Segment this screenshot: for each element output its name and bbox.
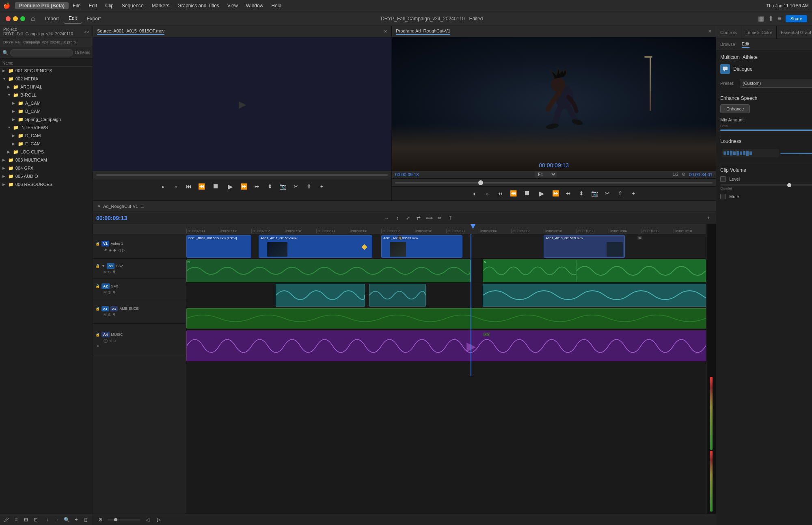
timeline-slip-button[interactable]: ⇄ [415,214,423,222]
tree-item-006-resources[interactable]: ▶ 📁 006 RESOURCES [0,180,93,188]
timeline-settings-button[interactable]: ⚙ [96,516,104,524]
source-lift-button[interactable]: ⇧ [304,181,314,191]
new-bin-button[interactable]: 🖊 [2,516,11,524]
enhance-button[interactable]: Enhance [720,104,750,113]
v1-add-keyframe-icon[interactable]: ◆ [113,248,116,252]
v1-snap-icon[interactable]: ◈ [109,248,112,252]
source-trim-button[interactable]: ✂ [291,181,301,191]
video-clip-a001a011[interactable]: A001_A011_08153V.mov [259,235,372,258]
program-mark-in-button[interactable]: ⬧ [469,188,479,198]
v1-label[interactable]: V1 [102,241,109,246]
a1-assign-label[interactable]: A1 [102,306,109,311]
fullscreen-window-button[interactable] [20,16,25,21]
a3-track[interactable] [186,307,706,330]
minimize-window-button[interactable] [13,16,18,21]
menu-graphics[interactable]: Graphics and Titles [173,2,223,9]
a2-mic-icon[interactable]: 🎙 [112,290,116,294]
v1-lock-icon[interactable]: 🔒 [95,242,100,246]
wrench-icon[interactable]: ⚙ [678,172,689,177]
a3-mic-icon[interactable]: 🎙 [112,313,116,317]
a2-label[interactable]: A2 [102,283,110,289]
timeline-timecode[interactable]: 00:00:09:13 [96,215,133,221]
menu-clip[interactable]: Clip [101,2,118,9]
a3-solo-icon[interactable]: S [108,313,111,317]
audio-clip-ambience[interactable] [186,308,706,328]
program-mark-out-button[interactable]: ⬦ [482,188,492,198]
tree-item-logclips[interactable]: ▶ 📁 LOG CLIPS [0,148,93,156]
program-monitor-tab[interactable]: Program: Ad_RoughCut-V1 [396,28,450,35]
tree-item-ecam[interactable]: ▶ 📁 E_CAM [0,140,93,148]
timeline-rate-stretch-button[interactable]: ⤢ [404,214,412,222]
menu-markers[interactable]: Markers [148,2,173,9]
layout-icon[interactable]: ▦ [758,15,764,22]
tree-item-interviews[interactable]: ▼ 📁 INTERVIEWS [0,123,93,132]
source-scrubber[interactable] [93,171,391,179]
tree-item-003-multicam[interactable]: ▶ 📁 003 MULTICAM [0,156,93,164]
tab-essential-graphics[interactable]: Essential Graphics [777,26,812,39]
tree-item-acam[interactable]: ▶ 📁 A_CAM [0,99,93,107]
apple-logo-icon[interactable]: 🍎 [3,2,10,9]
program-more-button[interactable]: + [628,188,638,198]
timeline-text-button[interactable]: T [446,214,454,222]
a4-lock-icon[interactable]: 🔒 [95,333,100,337]
timeline-ripple-button[interactable]: ↕ [393,214,402,222]
program-step-back-button[interactable]: ⏮ [495,188,505,198]
a2-toggle-icon[interactable]: M [104,290,107,294]
home-icon[interactable]: ⌂ [31,14,35,23]
a4-vol-icon[interactable]: ◯ [104,339,108,343]
a2-solo-icon[interactable]: S [108,290,111,294]
mix-amount-slider[interactable] [720,130,812,131]
menu-view[interactable]: View [223,2,242,9]
a3-lock-icon[interactable]: 🔒 [95,307,100,311]
program-monitor-close-icon[interactable]: ✕ [708,29,712,34]
new-item-button[interactable]: + [72,516,80,524]
timeline-more-button[interactable]: + [704,214,713,222]
menu-file[interactable]: File [69,2,84,9]
a3-label[interactable]: A3 [110,306,118,311]
delete-button[interactable]: 🗑 [82,516,90,524]
a1-sync-lock[interactable]: A1 [107,263,115,269]
source-monitor-close-icon[interactable]: ✕ [384,29,387,34]
a1-track[interactable]: fx fx [186,259,706,283]
timeline-tracks-area[interactable]: 3:00:07:00 3:00:07:06 3:00:07:12 3:00:07… [186,224,706,514]
program-scrubber-head[interactable] [478,180,483,185]
menu-help[interactable]: Help [267,2,285,9]
source-step-frame-back-button[interactable]: ⏪ [197,181,207,191]
video-clip-a001a006[interactable]: A001_A006_08593.mov [381,235,462,258]
close-window-button[interactable] [6,16,11,21]
source-insert-button[interactable]: ⬌ [252,181,262,191]
tree-item-archival[interactable]: ▶ 📁 ARCHIVAL [0,83,93,91]
a1-mic-icon[interactable]: 🎙 [112,270,116,274]
list-view-button[interactable]: ≡ [12,516,20,524]
program-play-button[interactable]: ▶ [536,188,547,199]
program-step-frame-back-button[interactable]: ⏪ [508,188,518,198]
v1-track[interactable]: B001_B002_0815CS.mov [200%] A001_A011_08… [186,234,706,259]
timeline-header-menu-icon[interactable]: ☰ [140,204,144,208]
subtab-edit[interactable]: Edit [742,41,749,48]
tab-lumetri-color[interactable]: Lumetri Color [741,26,777,39]
volume-slider-thumb[interactable] [787,183,791,187]
timeline-track-select-button[interactable]: ↔ [383,214,391,222]
a1-expand-icon[interactable]: ▼ [102,264,105,268]
export-icon[interactable]: ⬆ [768,15,773,22]
a2-lock-icon[interactable]: 🔒 [95,284,100,288]
source-mark-out-button[interactable]: ⬦ [171,181,181,191]
find-button[interactable]: 🔍 [63,516,71,524]
source-stop-button[interactable]: ⏹ [210,181,221,192]
audio-clip-sfx-2[interactable] [369,284,426,307]
a1-lock-icon[interactable]: 🔒 [95,264,100,268]
source-step-back-button[interactable]: ⏮ [184,181,194,191]
scroll-left-button[interactable]: ◁ [143,516,151,524]
menu-sequence[interactable]: Sequence [118,2,148,9]
a4-track[interactable]: ▶ ♪ fx [186,330,706,362]
program-insert-button[interactable]: ⬌ [564,188,573,198]
nav-edit[interactable]: Edit [64,14,82,24]
program-lift-button[interactable]: ⇧ [615,188,625,198]
zoom-slider-thumb[interactable] [114,518,117,521]
timeline-slide-button[interactable]: ⟺ [425,214,433,222]
video-clip-a001a013[interactable]: A001_A013_0815FN.mov [544,235,625,258]
source-monitor-tab[interactable]: Source: A001_A015_0815OF.mov [97,28,164,35]
tree-item-002-media[interactable]: ▼ 📁 002 MEDIA [0,75,93,83]
v1-next-keyframe-icon[interactable]: ▷ [122,248,125,252]
program-stop-button[interactable]: ⏹ [521,188,533,199]
